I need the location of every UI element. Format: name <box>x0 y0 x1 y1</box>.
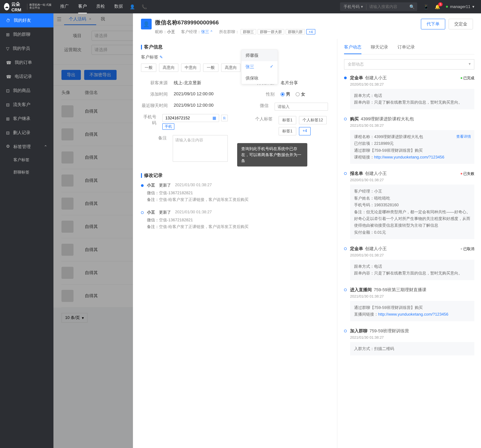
notification-badge: 5 <box>438 2 443 6</box>
logo: ☁ 云朵CRM 教育机构一站 式服务云平台 <box>0 1 53 12</box>
top-search: 手机号码▾ 🔍 <box>340 2 417 11</box>
timeline-item: 加入群聊759-59班理财训练营2021/01/30 01:38:27入群方式：… <box>344 328 474 355</box>
customer-drawer: 👤 微信名称6789990000966 昵称：小王 客户经理：张三 ⌃ 所在群聊… <box>133 13 481 448</box>
customer-tag: 高意向 <box>159 63 178 72</box>
cloud-icon: ☁ <box>4 3 9 10</box>
topnav-item[interactable]: 客户 <box>78 0 87 13</box>
contact-icon[interactable]: ▦ <box>212 116 216 120</box>
sidebar-subitem[interactable]: 客户标签 <box>13 154 53 166</box>
phone-exists-tooltip: 查询到此手机号码在系统中已存在，可以将两条客户数据合并为一条 <box>237 143 307 167</box>
sidebar-item[interactable]: ⊞我的群聊 <box>0 27 53 41</box>
status-badge: 已完成 <box>461 75 474 80</box>
manager-dropdown: 师馨薇张三✓俱保咏 <box>241 49 278 84</box>
view-detail-link[interactable]: 查看详情 <box>456 133 471 139</box>
link[interactable]: http://www.yunduoketang.com/?123456 <box>378 312 448 317</box>
copy-icon[interactable]: ⎘ <box>221 115 228 121</box>
link[interactable]: http://www.yunduoketang.com/?123456 <box>374 155 444 160</box>
sidebar-item[interactable]: ▽我的学员 <box>0 41 53 55</box>
sidebar-icon: ⊞ <box>6 32 10 37</box>
remark-textarea[interactable]: 请输入备注内容 <box>173 135 228 162</box>
customer-tag: 一般 <box>141 63 156 72</box>
sidebar-item[interactable]: ⊡我的商品 <box>0 84 53 98</box>
last-chat-value: 2021/09/10 12:00:00 <box>174 103 214 109</box>
modify-log-item: 小王更新了2021/01/30 01:38:27微信：空值-1367218282… <box>141 210 329 231</box>
chevron-up-icon: ⌃ <box>44 144 47 149</box>
section-modify-log: 修改记录 <box>141 172 329 178</box>
proxy-order-button[interactable]: 代下单 <box>421 19 445 29</box>
sidebar-item[interactable]: ⏱我的好友 <box>0 13 53 27</box>
topnav-item[interactable]: 推广 <box>60 0 69 13</box>
chevron-up-icon: ⌃ <box>210 30 213 34</box>
user-menu[interactable]: manager11▾ <box>446 4 474 9</box>
sidebar-icon: ⊞ <box>6 116 10 121</box>
phone-input[interactable]: 13241672152▦ <box>162 114 219 122</box>
drawer-right: 客户动态聊天记录订单记录 全部动态▾ 定金单创建人小王已完成2020/01/30… <box>337 39 481 448</box>
check-icon: ✓ <box>270 64 274 70</box>
sidebar: ⏱我的好友⊞我的群聊▽我的学员☎我的订单☎电话记录⊡我的商品⊟流失客户⊞客户继承… <box>0 13 53 448</box>
group-tag: 群聊六群 <box>286 29 305 34</box>
drawer-title: 微信名称6789990000966 <box>155 19 315 26</box>
personal-tag: 个人标签12 <box>299 116 327 124</box>
drawer-left: 客户信息 客户标签 ✎ 一般高意向中意向一般高意向中意向+4 获客来源线上-北京… <box>133 39 337 448</box>
personal-tag: 标签1 <box>278 116 296 124</box>
section-customer-info: 客户信息 <box>141 44 329 50</box>
top-nav: 推广客户质检数据 <box>60 0 123 13</box>
bell-icon[interactable]: 🔔5 <box>435 4 440 9</box>
modify-log-item: 小王更新了2021/01/30 01:38:27微信：空值-1367218282… <box>141 183 329 204</box>
radio-female[interactable]: 女 <box>296 91 305 97</box>
user-icon[interactable]: 👤 <box>130 4 135 9</box>
sidebar-item[interactable]: ☎我的订单 <box>0 55 53 70</box>
dropdown-option[interactable]: 俱保咏 <box>241 73 278 84</box>
sidebar-item[interactable]: ⊟流失客户 <box>0 98 53 112</box>
sidebar-icon: ☎ <box>6 60 11 65</box>
personal-tag: 标签1 <box>278 127 296 135</box>
sidebar-icon: ⏱ <box>6 18 10 23</box>
sidebar-icon: ⊟ <box>6 102 10 107</box>
customer-tag: 一般 <box>203 63 218 72</box>
customer-tag: 中意向 <box>181 63 200 72</box>
deposit-button[interactable]: 交定金 <box>449 19 473 29</box>
sidebar-subitem[interactable]: 群聊标签 <box>13 166 53 178</box>
manager-select[interactable]: 张三 ⌃ <box>201 29 213 35</box>
group-more[interactable]: +4 <box>306 29 315 34</box>
wechat-input[interactable] <box>275 103 328 111</box>
ptag-more[interactable]: +4 <box>299 127 311 135</box>
top-bar: ☁ 云朵CRM 教育机构一站 式服务云平台 推广客户质检数据 👤 📞 手机号码▾… <box>0 0 481 13</box>
topnav-item[interactable]: 数据 <box>114 0 123 13</box>
sidebar-icon: ⊡ <box>6 88 10 93</box>
timeline-item: 购买4399理财课进阶课程大礼包2021/01/30 01:38:27查看详情课… <box>344 116 474 164</box>
sidebar-item-tag-mgmt[interactable]: ⚙标签管理 ⌃ <box>0 140 53 154</box>
sidebar-item[interactable]: ☎电话记录 <box>0 70 53 84</box>
edit-icon[interactable]: ✎ <box>159 55 163 60</box>
customer-icon: 👤 <box>141 19 152 29</box>
topnav-item[interactable]: 质检 <box>96 0 105 13</box>
activity-filter-select[interactable]: 全部动态▾ <box>344 59 474 70</box>
activity-tab[interactable]: 客户动态 <box>344 44 361 54</box>
timeline-item: 报名单创建人小王已失败2020/01/30 01:38:27客户经理：小王客户姓… <box>344 171 474 239</box>
source-value: 线上-北京昱新 <box>174 80 201 86</box>
customer-tag: 高意向 <box>221 63 240 72</box>
search-type-select[interactable]: 手机号码▾ <box>340 4 367 9</box>
sidebar-icon: ⊟ <box>6 130 10 135</box>
timeline-item: 进入直播间759-59班第三期理财直播课2021/01/30 01:38:27通… <box>344 287 474 321</box>
status-badge: 已取消 <box>461 246 474 251</box>
phone-icon[interactable]: 📞 <box>142 4 147 9</box>
logo-text: 云朵CRM <box>11 1 25 12</box>
dropdown-option[interactable]: 师馨薇 <box>241 50 278 61</box>
status-badge: 已失败 <box>461 171 474 176</box>
timeline-item: 定金单创建人小王已取消2020/01/30 01:38:27跟单方式：电话跟单内… <box>344 246 474 280</box>
radio-male[interactable]: 男 <box>281 91 290 97</box>
tag-icon: ⚙ <box>6 144 10 150</box>
search-input[interactable] <box>367 4 407 9</box>
sidebar-item[interactable]: ⊞客户继承 <box>0 112 53 126</box>
activity-tab[interactable]: 聊天记录 <box>371 44 388 54</box>
sidebar-item[interactable]: ⊟删人记录 <box>0 126 53 140</box>
activity-tab[interactable]: 订单记录 <box>398 44 415 54</box>
logo-subtitle: 教育机构一站 式服务云平台 <box>27 4 53 9</box>
add-time-value: 2021/09/10 12:00:00 <box>174 91 214 97</box>
sidebar-icon: ☎ <box>6 74 11 79</box>
dropdown-option[interactable]: 张三✓ <box>241 61 278 73</box>
mobile-icon[interactable]: 📱 <box>423 4 429 9</box>
phone-tag: 手机 <box>162 123 174 130</box>
search-icon[interactable]: 🔍 <box>407 4 417 9</box>
